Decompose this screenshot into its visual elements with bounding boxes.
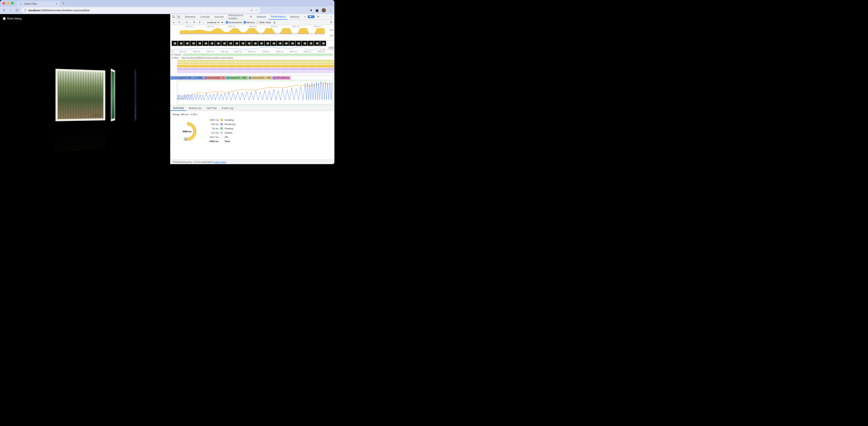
learn-more-link[interactable]: Learn more	[214, 161, 226, 163]
filmstrip-frame[interactable]	[234, 41, 240, 46]
counter-listeners[interactable]: Listeners[163 – 355]	[248, 76, 272, 80]
overview-timeline[interactable]: 1000 ms 2000 ms 3000 ms 4000 ms 5000 ms …	[170, 25, 334, 40]
upload-icon[interactable]: ⬆	[192, 21, 196, 24]
coverflow[interactable]: Volume One DAB RECORDS	[13, 53, 162, 153]
counter-gpu[interactable]: GPU Memory	[272, 76, 290, 80]
flame-chart[interactable]	[170, 59, 334, 76]
window-controls	[3, 2, 14, 4]
summary-tab-bottomup[interactable]: Bottom-Up	[186, 106, 204, 111]
filmstrip-frame[interactable]	[265, 41, 271, 46]
counters-menu-icon[interactable]: ≡	[331, 77, 334, 79]
minimize-icon[interactable]	[7, 2, 9, 4]
perf-settings-icon[interactable]: ⚙	[329, 21, 333, 24]
trash-icon[interactable]: 🗑	[273, 21, 276, 24]
filmstrip-frame[interactable]	[302, 41, 308, 46]
back-button[interactable]	[2, 8, 6, 12]
expand-icon[interactable]: ▶	[172, 54, 173, 56]
clear-icon[interactable]: ⊘	[185, 21, 189, 24]
counter-chart[interactable]	[170, 80, 334, 106]
filmstrip-frame[interactable]	[296, 41, 301, 46]
filmstrip-frame[interactable]	[172, 41, 178, 46]
tab-console[interactable]: Console	[198, 14, 212, 20]
main-label: Main — http://localhost:3000/demo/view-t…	[174, 57, 233, 59]
new-tab-button[interactable]: +	[62, 1, 65, 5]
counter-heap[interactable]: JS Heap[12.8 MB – 17.8 MB]	[170, 76, 204, 80]
filmstrip-frame[interactable]	[209, 41, 215, 46]
filmstrip-frame[interactable]	[203, 41, 209, 46]
filmstrip[interactable]	[170, 40, 334, 47]
tab-network[interactable]: Network	[255, 14, 268, 20]
more-icon[interactable]: ⋮	[322, 14, 327, 20]
bookmark-icon[interactable]: ☆	[255, 9, 258, 12]
reload-record-icon[interactable]: ⟳	[177, 21, 181, 24]
filmstrip-frame[interactable]	[320, 41, 326, 46]
close-icon[interactable]	[3, 2, 5, 4]
url-host: localhost	[28, 9, 40, 12]
album-cover-main[interactable]: Volume One DAB RECORDS	[56, 69, 105, 121]
filmstrip-frame[interactable]	[190, 41, 196, 46]
filmstrip-frame[interactable]	[227, 41, 233, 46]
browser-tab[interactable]: Cover Flow ×	[17, 1, 60, 6]
web-vitals-checkbox[interactable]: Web Vitals	[257, 21, 271, 24]
filmstrip-frame[interactable]	[246, 41, 252, 46]
filmstrip-frame[interactable]	[178, 41, 184, 46]
site-info-icon[interactable]: ⓘ	[24, 8, 27, 12]
panel-icon[interactable]: ▣	[315, 8, 319, 12]
filmstrip-frame[interactable]	[308, 41, 314, 46]
forward-button[interactable]	[8, 8, 13, 12]
close-devtools-icon[interactable]: ×	[329, 14, 334, 20]
tab-memory[interactable]: Memory	[288, 14, 301, 20]
settings-icon[interactable]: ⚙	[316, 14, 321, 20]
breakdown-row: 55 msPainting	[206, 126, 236, 131]
heap-overview[interactable]: HEAP 12.8 MB – 17.8 MB	[170, 47, 334, 50]
filmstrip-frame[interactable]	[277, 41, 283, 46]
counter-nodes[interactable]: Nodes[375 – 382]	[225, 76, 248, 80]
profile-select[interactable]: localhost #1	[205, 21, 224, 24]
collapse-icon[interactable]: ▶	[172, 57, 174, 58]
reload-button[interactable]	[15, 8, 19, 12]
memory-checkbox[interactable]: Memory	[244, 21, 255, 24]
tab-elements[interactable]: Elements	[183, 14, 198, 20]
filmstrip-frame[interactable]	[271, 41, 277, 46]
record-icon[interactable]: ●	[172, 21, 176, 24]
album-cover-3[interactable]	[134, 69, 136, 121]
filmstrip-frame[interactable]	[184, 41, 190, 46]
breakdown-row: 2411 msIdle	[206, 135, 236, 139]
main-thread-header[interactable]: ▶ Main — http://localhost:3000/demo/view…	[170, 56, 334, 59]
filmstrip-frame[interactable]	[314, 41, 320, 46]
filmstrip-frame[interactable]	[252, 41, 258, 46]
filmstrip-frame[interactable]	[215, 41, 221, 46]
counter-docs[interactable]: Documents[6 – 7]	[204, 76, 225, 80]
show-debug-checkbox[interactable]: Show Debug	[3, 17, 22, 20]
filmstrip-frame[interactable]	[283, 41, 289, 46]
filmstrip-frame[interactable]	[221, 41, 227, 46]
maximize-icon[interactable]	[11, 2, 14, 4]
issues-badge[interactable]: 💬 1	[308, 16, 314, 18]
extensions-icon[interactable]: ✦	[310, 8, 312, 12]
share-icon[interactable]: ⇪	[251, 9, 253, 12]
tab-sources[interactable]: Sources	[212, 14, 226, 20]
address-bar[interactable]: ⓘ localhost:3000/demo/view-timeline-css/…	[21, 7, 260, 13]
filmstrip-frame[interactable]	[240, 41, 246, 46]
close-tab-icon[interactable]: ×	[56, 2, 58, 5]
show-debug-input[interactable]	[3, 17, 5, 20]
summary-tab-eventlog[interactable]: Event Log	[219, 106, 236, 111]
ruler-detail[interactable]: ms 1000 ms 1500 ms 2000 ms 2500 ms 3000 …	[170, 50, 334, 53]
frames-track[interactable]: ▶ Frames	[170, 53, 334, 56]
tab-performance[interactable]: Performance	[269, 14, 288, 20]
album-cover-2[interactable]	[111, 68, 115, 121]
tab-overflow-icon[interactable]: ⌄	[330, 2, 332, 5]
device-icon[interactable]	[176, 14, 181, 20]
filmstrip-frame[interactable]	[258, 41, 264, 46]
inspect-icon[interactable]	[171, 14, 176, 20]
screenshots-checkbox[interactable]: Screenshots	[226, 21, 242, 24]
menu-icon[interactable]: ⋮	[329, 8, 332, 12]
summary-tab-calltree[interactable]: Call Tree	[204, 106, 219, 111]
profile-avatar[interactable]	[321, 8, 326, 12]
tab-performance-insights[interactable]: Performance insights ⚗	[226, 14, 254, 20]
filmstrip-frame[interactable]	[289, 41, 295, 46]
filmstrip-frame[interactable]	[196, 41, 203, 46]
download-icon[interactable]: ⬇	[198, 21, 202, 24]
tab-overflow[interactable]: »	[302, 14, 308, 20]
summary-tab-summary[interactable]: Summary	[170, 106, 186, 111]
